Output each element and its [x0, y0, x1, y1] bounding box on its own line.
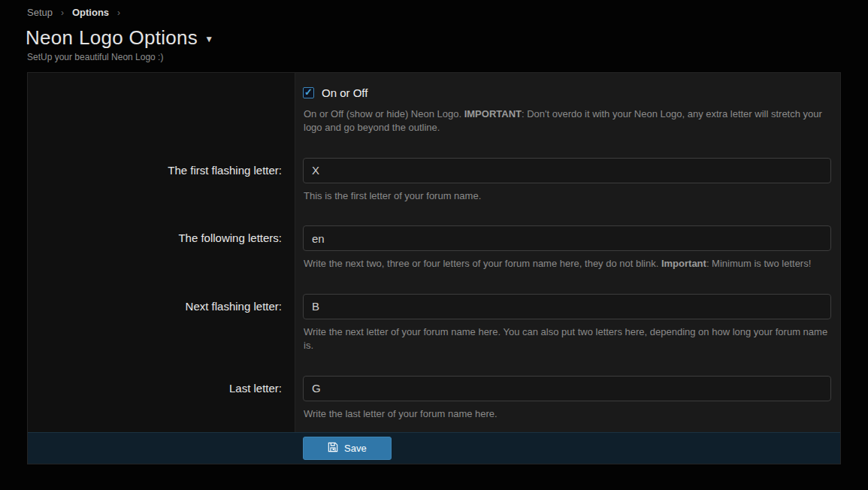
first-flashing-letter-input[interactable]	[303, 158, 831, 183]
on-or-off-checkbox[interactable]	[303, 87, 314, 98]
options-form-body: On or Off On or Off (show or hide) Neon …	[28, 73, 840, 432]
on-or-off-checkbox-label[interactable]: On or Off	[303, 86, 367, 99]
form-row-last-letter: Last letter: Write the last letter of yo…	[28, 376, 840, 421]
breadcrumb-item-options[interactable]: Options	[72, 7, 109, 18]
breadcrumb-separator-icon: ›	[61, 8, 64, 18]
chevron-down-icon: ▼	[204, 34, 213, 44]
page-title-text: Neon Logo Options	[26, 26, 198, 49]
field-description: This is the first letter of your forum n…	[304, 189, 830, 203]
row-label-cell	[28, 86, 295, 135]
field-description: Write the last letter of your forum name…	[304, 407, 830, 421]
row-control-cell: Write the last letter of your forum name…	[295, 376, 840, 421]
save-button-label: Save	[344, 443, 367, 454]
following-letters-input[interactable]	[303, 225, 831, 251]
field-description: Write the next letter of your forum name…	[304, 325, 830, 353]
options-form: On or Off On or Off (show or hide) Neon …	[27, 72, 841, 464]
form-row-on-or-off: On or Off On or Off (show or hide) Neon …	[28, 86, 840, 135]
field-label: Last letter:	[28, 376, 295, 421]
field-label: The following letters:	[28, 225, 295, 271]
row-control-cell: On or Off On or Off (show or hide) Neon …	[295, 86, 840, 135]
last-letter-input[interactable]	[303, 376, 831, 401]
row-control-cell: Write the next letter of your forum name…	[295, 294, 840, 353]
breadcrumb-separator-icon: ›	[117, 8, 120, 18]
form-row-first-flashing-letter: The first flashing letter: This is the f…	[28, 158, 840, 203]
next-flashing-letter-input[interactable]	[303, 294, 831, 319]
form-row-following-letters: The following letters: Write the next tw…	[28, 225, 840, 271]
field-label: The first flashing letter:	[28, 158, 295, 203]
breadcrumb: Setup › Options ›	[0, 0, 868, 18]
page-title[interactable]: Neon Logo Options▼	[26, 26, 213, 50]
form-row-next-flashing-letter: Next flashing letter: Write the next let…	[28, 294, 840, 353]
save-icon	[328, 442, 338, 455]
page-subtitle: SetUp your beautiful Neon Logo :)	[27, 52, 868, 62]
field-label: Next flashing letter:	[28, 294, 295, 353]
row-control-cell: Write the next two, three or four letter…	[295, 225, 840, 271]
save-bar: Save	[28, 432, 840, 464]
breadcrumb-item-setup[interactable]: Setup	[27, 7, 53, 18]
save-button[interactable]: Save	[303, 437, 392, 460]
field-description: On or Off (show or hide) Neon Logo. IMPO…	[304, 107, 830, 135]
checkbox-label-text: On or Off	[322, 86, 367, 99]
field-description: Write the next two, three or four letter…	[304, 257, 830, 271]
row-control-cell: This is the first letter of your forum n…	[295, 158, 840, 203]
